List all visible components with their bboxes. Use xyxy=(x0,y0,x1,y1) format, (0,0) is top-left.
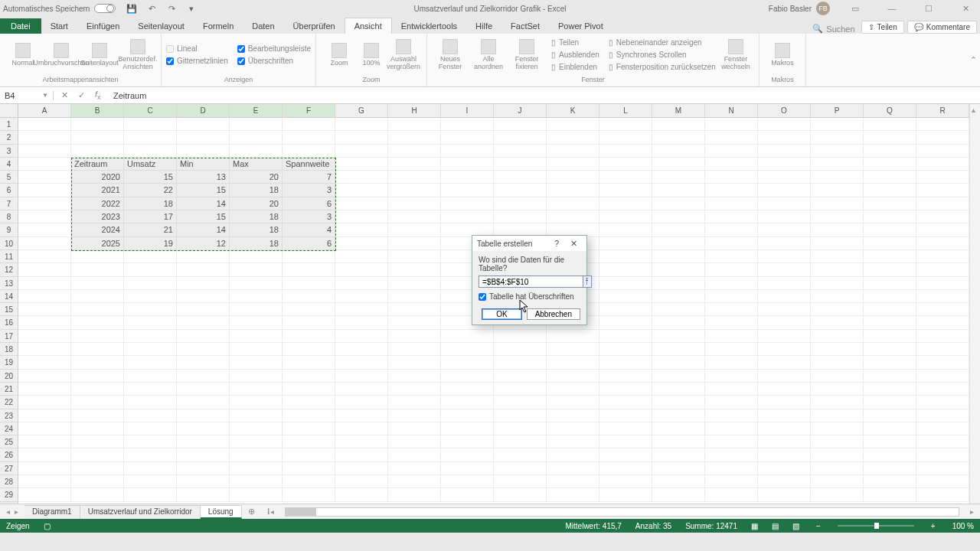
cell[interactable] xyxy=(758,409,811,422)
cell[interactable] xyxy=(547,197,599,210)
cell[interactable] xyxy=(705,184,758,197)
cell[interactable] xyxy=(758,396,811,409)
cell[interactable] xyxy=(599,488,652,501)
cell[interactable]: 13 xyxy=(177,171,230,184)
cell[interactable] xyxy=(916,396,969,409)
cell[interactable] xyxy=(441,448,494,461)
macros-button[interactable]: Makros xyxy=(764,43,801,67)
sheet-nav-prev-icon[interactable]: ◂ xyxy=(6,507,10,516)
cell[interactable] xyxy=(599,316,652,329)
cell[interactable] xyxy=(388,290,441,303)
cell[interactable] xyxy=(18,383,71,396)
cell[interactable] xyxy=(652,370,705,383)
cell[interactable] xyxy=(599,197,652,210)
cell[interactable] xyxy=(441,171,494,184)
cell[interactable] xyxy=(811,118,864,131)
cell[interactable] xyxy=(441,343,494,356)
cell[interactable] xyxy=(18,422,71,435)
cell[interactable] xyxy=(705,131,758,144)
cell[interactable] xyxy=(71,422,124,435)
row-header-7[interactable]: 7 xyxy=(0,197,18,210)
cell[interactable] xyxy=(283,409,335,422)
cell[interactable] xyxy=(124,250,177,263)
cell[interactable] xyxy=(758,383,811,396)
cell[interactable] xyxy=(177,303,230,316)
cell[interactable] xyxy=(652,303,705,316)
enter-formula-icon[interactable]: ✓ xyxy=(78,90,85,100)
cell[interactable] xyxy=(864,131,916,144)
cell[interactable] xyxy=(758,131,811,144)
cell[interactable]: 6 xyxy=(283,237,335,250)
new-window-button[interactable]: Neues Fenster xyxy=(432,39,469,71)
cell[interactable] xyxy=(18,448,71,461)
cell[interactable]: 18 xyxy=(230,184,283,197)
cell[interactable] xyxy=(388,409,441,422)
col-header-O[interactable]: O xyxy=(758,104,811,117)
cell[interactable] xyxy=(441,118,494,131)
sheet-tab[interactable]: Diagramm1 xyxy=(24,505,80,519)
cell[interactable] xyxy=(758,435,811,448)
cell[interactable] xyxy=(811,145,864,158)
cell[interactable]: 20 xyxy=(230,171,283,184)
cell[interactable] xyxy=(71,409,124,422)
cell[interactable] xyxy=(864,145,916,158)
cell[interactable] xyxy=(177,356,230,369)
cell[interactable] xyxy=(494,396,547,409)
cell[interactable] xyxy=(283,370,335,383)
cell[interactable] xyxy=(494,184,547,197)
cell[interactable] xyxy=(599,330,652,343)
cell[interactable] xyxy=(705,210,758,223)
cell[interactable] xyxy=(599,475,652,488)
cell[interactable] xyxy=(494,330,547,343)
cell[interactable] xyxy=(758,475,811,488)
cell[interactable] xyxy=(335,316,388,329)
cell[interactable] xyxy=(335,343,388,356)
tab-einfügen[interactable]: Einfügen xyxy=(77,18,129,34)
cell[interactable] xyxy=(335,171,388,184)
cell[interactable] xyxy=(124,370,177,383)
cell[interactable] xyxy=(599,171,652,184)
cell[interactable] xyxy=(652,250,705,263)
cell[interactable] xyxy=(758,210,811,223)
cell[interactable] xyxy=(441,383,494,396)
cell[interactable] xyxy=(864,184,916,197)
headers-checkbox[interactable]: Tabelle hat Überschriften xyxy=(479,292,580,301)
cell[interactable]: 3 xyxy=(283,210,335,223)
cell[interactable]: Spannweite xyxy=(283,158,335,171)
cell[interactable] xyxy=(177,409,230,422)
col-header-K[interactable]: K xyxy=(547,104,599,117)
cell[interactable]: Umsatz xyxy=(124,158,177,171)
cell[interactable] xyxy=(494,383,547,396)
hscroll-left-icon[interactable]: ◂ xyxy=(270,507,274,516)
cell[interactable] xyxy=(494,171,547,184)
row-header-9[interactable]: 9 xyxy=(0,223,18,236)
cell[interactable] xyxy=(599,158,652,171)
cell[interactable] xyxy=(916,145,969,158)
zoom-in-icon[interactable]: + xyxy=(928,522,939,530)
cell[interactable] xyxy=(599,290,652,303)
ok-button[interactable]: OK xyxy=(482,308,521,320)
cell[interactable] xyxy=(652,475,705,488)
cell[interactable] xyxy=(864,409,916,422)
row-header-20[interactable]: 20 xyxy=(0,370,18,383)
cell[interactable] xyxy=(441,131,494,144)
cell[interactable] xyxy=(547,370,599,383)
cell[interactable] xyxy=(388,383,441,396)
cell[interactable] xyxy=(652,343,705,356)
cell[interactable] xyxy=(71,290,124,303)
row-header-23[interactable]: 23 xyxy=(0,409,18,422)
cell[interactable] xyxy=(18,277,71,290)
cell[interactable] xyxy=(494,422,547,435)
cell[interactable] xyxy=(758,277,811,290)
cell[interactable] xyxy=(71,343,124,356)
cell[interactable] xyxy=(177,370,230,383)
cell[interactable] xyxy=(71,356,124,369)
range-input[interactable] xyxy=(479,276,583,288)
cell[interactable] xyxy=(230,343,283,356)
toggle-switch-icon[interactable] xyxy=(94,4,116,13)
cell[interactable] xyxy=(811,370,864,383)
cell[interactable] xyxy=(335,488,388,501)
cell[interactable] xyxy=(18,330,71,343)
cell[interactable] xyxy=(177,118,230,131)
cell[interactable] xyxy=(71,330,124,343)
